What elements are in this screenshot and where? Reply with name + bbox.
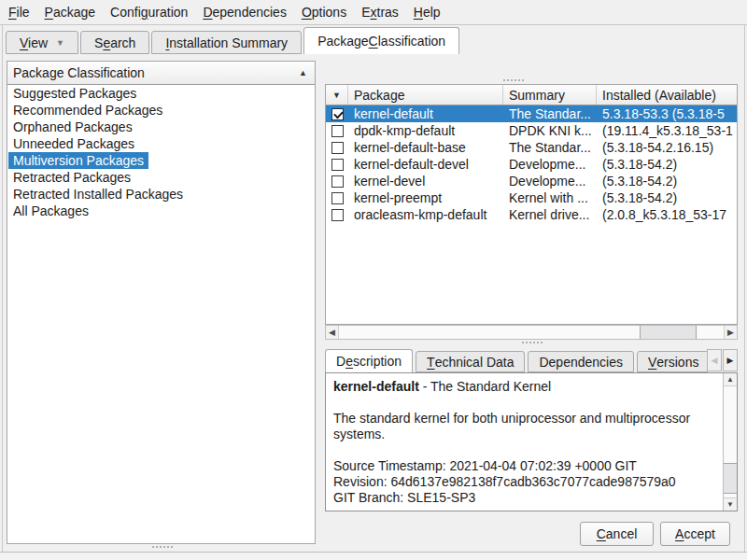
scroll-right-icon[interactable]: ▶ (724, 326, 737, 339)
list-item-label: Retracted Packages (8, 169, 135, 186)
package-table: ▼ Package Summary Installed (Available) … (325, 84, 738, 325)
cell-summary: The Standar... (503, 106, 597, 121)
description-title: kernel-default - The Standard Kernel (333, 379, 721, 395)
list-item-retracted-installed[interactable]: Retracted Installed Packages (7, 186, 315, 203)
list-item-retracted[interactable]: Retracted Packages (7, 169, 315, 186)
menu-file[interactable]: File (1, 1, 37, 23)
row-checkbox[interactable] (331, 159, 344, 171)
splitter-handle[interactable] (152, 546, 173, 548)
menu-dependencies[interactable]: Dependencies (195, 1, 294, 23)
list-item-label: Suggested Packages (8, 85, 141, 102)
table-row[interactable]: dpdk-kmp-default DPDK KNI k... (19.11.4_… (326, 122, 737, 139)
cancel-button[interactable]: Cancel (580, 522, 654, 546)
menu-bar: File Package Configuration Dependencies … (0, 0, 747, 25)
description-body: The standard kernel for both uniprocesso… (333, 411, 721, 442)
description-vertical-scrollbar[interactable]: ▲ ▼ (723, 373, 737, 511)
classification-header-label: Package Classification (13, 65, 145, 80)
scroll-down-icon[interactable]: ▼ (724, 497, 737, 511)
list-item-label: All Packages (8, 203, 93, 219)
tab-dependencies[interactable]: Dependencies (528, 351, 634, 372)
package-table-header: ▼ Package Summary Installed (Available) (326, 85, 737, 105)
row-checkbox[interactable] (331, 192, 344, 204)
menu-help[interactable]: Help (406, 1, 448, 23)
row-checkbox[interactable] (331, 209, 344, 221)
tab-view[interactable]: View ▼ (6, 31, 78, 54)
cell-package: kernel-preempt (348, 190, 503, 205)
cell-summary: DPDK KNI k... (503, 123, 597, 138)
column-header-installed[interactable]: Installed (Available) (597, 85, 737, 105)
sort-descending-icon: ▼ (332, 91, 341, 100)
vscrollbar-thumb[interactable] (724, 463, 737, 494)
list-item-suggested[interactable]: Suggested Packages (7, 85, 315, 102)
table-row[interactable]: kernel-default-devel Developme... (5.3.1… (326, 156, 737, 173)
list-item-label: Unneeded Packages (8, 135, 139, 152)
description-pane: kernel-default - The Standard Kernel The… (325, 372, 738, 511)
package-name: kernel-default (333, 379, 419, 394)
detail-tab-bar: Description Technical Data Dependencies … (325, 349, 738, 372)
table-row[interactable]: kernel-default-base The Standar... (5.3.… (326, 139, 737, 156)
menu-options[interactable]: Options (294, 1, 354, 23)
menu-extras[interactable]: Extras (354, 1, 406, 23)
column-header-summary[interactable]: Summary (503, 85, 597, 105)
scroll-left-icon[interactable]: ◀ (326, 326, 339, 339)
window-frame-left (2, 25, 3, 552)
table-row[interactable]: kernel-preempt Kernel with ... (5.3.18-5… (326, 189, 737, 206)
list-item-label: Retracted Installed Packages (8, 186, 188, 203)
cell-summary: Developme... (503, 174, 597, 189)
tab-package-classification[interactable]: Package Classification (303, 27, 459, 54)
cell-installed: 5.3.18-53.3 (5.3.18-5 (597, 106, 737, 121)
column-header-package[interactable]: Package (348, 85, 503, 105)
classification-list-header[interactable]: Package Classification ▲ (7, 62, 315, 85)
cell-installed: (5.3.18-54.2) (597, 190, 737, 205)
cell-package: dpdk-kmp-default (348, 123, 503, 138)
cell-installed: (5.3.18-54.2) (597, 174, 737, 189)
cell-summary: Kernel with ... (503, 190, 597, 205)
list-item-orphaned[interactable]: Orphaned Packages (7, 119, 315, 135)
classification-list-panel: Package Classification ▲ Suggested Packa… (7, 61, 316, 544)
accept-button[interactable]: Accept (660, 522, 730, 546)
table-row[interactable]: kernel-devel Developme... (5.3.18-54.2) (326, 173, 737, 189)
list-item-all-packages[interactable]: All Packages (7, 203, 315, 219)
table-row[interactable]: kernel-default The Standar... 5.3.18-53.… (326, 105, 737, 122)
cell-installed: (2.0.8_k5.3.18_53-17 (597, 207, 737, 222)
menu-configuration[interactable]: Configuration (103, 1, 195, 23)
row-checkbox[interactable] (331, 142, 344, 154)
list-item-label: Orphaned Packages (8, 119, 137, 135)
source-timestamp: Source Timestamp: 2021-04-04 07:02:39 +0… (333, 458, 721, 474)
cell-summary: Developme... (503, 157, 597, 172)
table-horizontal-scrollbar[interactable]: ◀ ▶ (325, 325, 738, 340)
menu-package[interactable]: Package (37, 1, 104, 23)
hscrollbar-thumb[interactable] (640, 326, 697, 339)
tab-technical-data[interactable]: Technical Data (416, 351, 525, 372)
tab-installation-summary[interactable]: Installation Summary (151, 31, 302, 54)
row-checkbox[interactable] (331, 108, 344, 120)
description-content: kernel-default - The Standard Kernel The… (326, 373, 723, 511)
row-checkbox[interactable] (331, 175, 344, 188)
splitter-handle[interactable] (522, 342, 543, 343)
window-frame-strip (0, 553, 747, 560)
tab-scroll-right-icon[interactable]: ▶ (723, 349, 738, 371)
chevron-down-icon: ▼ (56, 38, 64, 48)
tab-scroll-left-icon: ◀ (707, 349, 722, 371)
list-item-recommended[interactable]: Recommended Packages (7, 102, 315, 119)
sort-ascending-icon: ▲ (299, 68, 307, 77)
git-branch: GIT Branch: SLE15-SP3 (333, 490, 721, 506)
tab-description[interactable]: Description (325, 349, 413, 372)
cell-installed: (5.3.18-54.2.16.15) (597, 140, 737, 155)
column-header-status[interactable]: ▼ (326, 85, 348, 105)
list-item-unneeded[interactable]: Unneeded Packages (7, 135, 315, 152)
list-item-label: Recommended Packages (8, 102, 167, 119)
tab-view-label: View (20, 35, 48, 50)
cell-summary: The Standar... (503, 140, 597, 155)
splitter-handle[interactable] (503, 79, 524, 81)
scroll-up-icon[interactable]: ▲ (724, 373, 737, 386)
tab-search[interactable]: Search (80, 31, 149, 54)
list-item-label: Multiversion Packages (8, 152, 148, 169)
cell-summary: Kernel drive... (503, 207, 597, 222)
cell-package: kernel-default (348, 106, 503, 121)
window-frame-right (744, 25, 745, 552)
list-item-multiversion[interactable]: Multiversion Packages (7, 152, 315, 169)
tab-versions[interactable]: Versions (637, 351, 708, 372)
table-row[interactable]: oracleasm-kmp-default Kernel drive... (2… (326, 206, 737, 223)
row-checkbox[interactable] (331, 125, 344, 137)
